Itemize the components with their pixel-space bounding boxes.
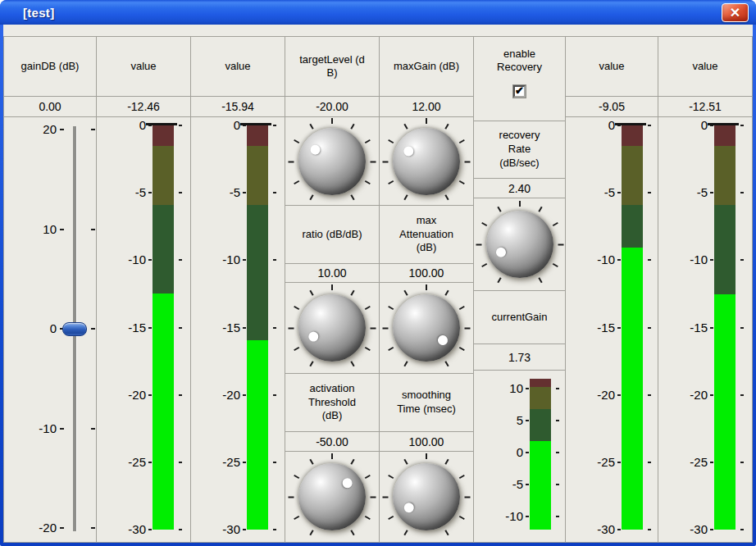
meter-tick <box>148 394 152 396</box>
knob-tick <box>538 207 542 212</box>
knob-tick <box>444 459 449 465</box>
knob-tick <box>331 453 333 459</box>
column-meter-4: value -12.51 0-5-10-15-20-25-30 <box>658 36 753 543</box>
knob-tick <box>365 516 371 520</box>
gaindb-value: 0.00 <box>4 97 96 117</box>
knob-body <box>298 294 366 362</box>
panel-background: gainDB (dB) 0.00 20100-10-20 value -12.4… <box>3 25 753 543</box>
knob-tick <box>465 161 471 162</box>
knob-tick <box>365 180 371 184</box>
knob-tick <box>294 139 299 143</box>
app-window: [test] ✕ gainDB (dB) 0.00 20100-10-20 va… <box>0 0 756 546</box>
meter-scale-label: -5 <box>658 185 708 199</box>
max-attenuation-knob[interactable] <box>380 283 473 374</box>
activation-threshold-knob[interactable] <box>285 452 379 543</box>
slider-scale-label: -20 <box>4 521 57 535</box>
column-header: value <box>566 36 658 97</box>
knob-tick <box>331 118 333 124</box>
check-icon: ✔ <box>515 85 524 96</box>
meter-tick <box>556 388 559 389</box>
meter-scale-label: -20 <box>658 388 708 402</box>
knob-tick <box>481 222 487 226</box>
knob-tick <box>289 328 294 330</box>
meter-tick <box>648 462 651 463</box>
meter-tick <box>243 529 246 530</box>
meter-level-bar <box>530 441 551 530</box>
meter-scale-label: -5 <box>474 477 523 491</box>
maxgain-knob[interactable] <box>380 117 473 206</box>
meter-scale-label: -10 <box>658 253 708 266</box>
knob-tick <box>426 284 427 290</box>
meter-tick <box>648 259 651 261</box>
knob-tick <box>365 139 371 143</box>
meter-scale-label: -10 <box>474 509 523 523</box>
knob-tick <box>403 123 408 129</box>
slider-scale-label: 10 <box>4 222 57 236</box>
meter-tick <box>740 394 744 396</box>
meter-tick <box>243 259 246 261</box>
meter-tick <box>273 394 276 396</box>
column-maxgain: maxGain (dB) 12.00 max Attenuation (dB) … <box>380 36 474 543</box>
meter-value: -15.94 <box>191 97 285 117</box>
meter-scale-label: -30 <box>191 522 240 536</box>
knob-tick <box>383 161 389 162</box>
knob-tick <box>309 361 313 366</box>
column-header: gainDB (dB) <box>4 36 96 97</box>
knob-tick <box>388 347 394 351</box>
meter-tick <box>710 327 713 329</box>
knob-tick <box>350 290 354 296</box>
slider-thumb[interactable] <box>62 322 87 336</box>
meter-tick <box>526 484 529 485</box>
meter-tick <box>526 516 529 517</box>
knob-tick <box>403 290 408 296</box>
meter-tick <box>148 462 152 463</box>
meter-scale-label: 0 <box>474 445 523 459</box>
meter-value: -9.05 <box>566 97 658 117</box>
meter-scale-label: -20 <box>191 388 240 402</box>
ratio-knob[interactable] <box>285 283 379 374</box>
meter-tick <box>526 388 529 389</box>
window-title: [test] <box>23 6 54 20</box>
meter-tick <box>710 192 713 193</box>
meter-tick <box>617 462 621 463</box>
close-button[interactable]: ✕ <box>722 3 749 22</box>
knob-tick <box>350 459 354 465</box>
slider-scale-label: 0 <box>4 321 57 335</box>
gaindb-slider[interactable]: 20100-10-20 <box>4 117 96 543</box>
knob-tick <box>388 475 394 479</box>
meter-tick <box>526 420 529 421</box>
slider-tick <box>91 428 95 430</box>
meter-tick <box>740 259 744 261</box>
meter-zone-green <box>530 409 551 442</box>
max-attenuation-value: 100.00 <box>380 264 473 283</box>
knob-body <box>298 128 366 195</box>
meter-zone-green <box>247 205 268 340</box>
recovery-rate-knob[interactable] <box>474 198 565 291</box>
meter-tick <box>273 192 276 193</box>
knob-tick <box>444 530 449 535</box>
knob-tick <box>497 207 501 212</box>
meter-tick <box>148 327 152 329</box>
targetlevel-value: -20.00 <box>285 97 379 117</box>
meter-tick <box>617 529 621 530</box>
meter-tick <box>273 529 276 530</box>
smoothing-time-knob[interactable] <box>380 452 473 543</box>
meter-tick <box>243 462 246 463</box>
targetlevel-knob[interactable] <box>285 117 379 206</box>
knob-tick <box>444 194 449 200</box>
knob-body <box>393 294 460 362</box>
title-bar[interactable]: [test] ✕ <box>0 0 756 25</box>
knob-tick <box>289 497 294 498</box>
knob-tick <box>294 516 299 520</box>
meter-tick <box>243 327 246 329</box>
column-gaindb: gainDB (dB) 0.00 20100-10-20 <box>3 36 97 543</box>
knob-tick <box>476 244 481 246</box>
meter-tick <box>617 192 621 193</box>
meter-tick <box>710 259 713 261</box>
meter-level-bar <box>714 294 736 530</box>
meter-tick <box>179 462 182 463</box>
meter-level-bar <box>153 293 174 530</box>
meter-scale-label: 5 <box>474 413 523 427</box>
enable-recovery-checkbox[interactable]: ✔ <box>513 85 526 98</box>
knob-tick <box>459 347 465 351</box>
